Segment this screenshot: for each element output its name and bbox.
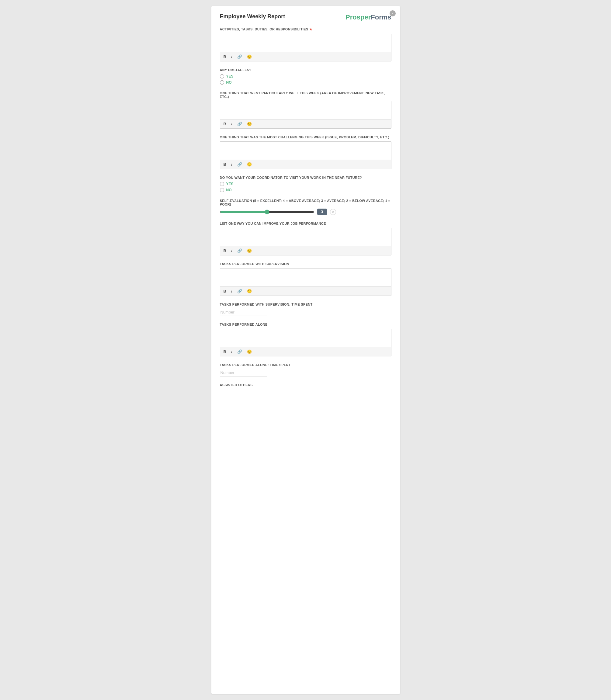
tasks-alone-bold-btn[interactable]: B [223,349,227,355]
went-well-rich-text: B I 🔗 🙂 [220,101,391,129]
tasks-supervision-time-input[interactable] [220,309,267,316]
form-header: Employee Weekly Report ProsperForms [220,13,391,21]
went-well-toolbar: B I 🔗 🙂 [220,119,391,128]
improve-performance-section: LIST ONE WAY YOU CAN IMPROVE YOUR JOB PE… [220,222,391,255]
self-eval-slider-container: 3 × [220,209,391,215]
activities-link-btn[interactable]: 🔗 [236,54,243,60]
tasks-supervision-section: TASKS PERFORMED WITH SUPERVISION B I 🔗 🙂 [220,262,391,296]
went-well-italic-btn[interactable]: I [230,121,233,127]
tasks-sup-emoji-btn[interactable]: 🙂 [246,288,253,294]
tasks-supervision-rich-text: B I 🔗 🙂 [220,268,391,296]
obstacles-yes-option[interactable]: YES [220,74,391,78]
coordinator-no-label: NO [226,188,232,192]
tasks-supervision-time-section: TASKS PERFORMED WITH SUPERVISION: TIME S… [220,302,391,316]
logo-prosper: Prosper [345,13,371,21]
tasks-alone-time-label: TASKS PERFORMED ALONE: TIME SPENT [220,363,391,367]
coordinator-no-radio[interactable] [220,188,224,192]
activities-emoji-btn[interactable]: 🙂 [246,54,253,60]
tasks-alone-label: TASKS PERFORMED ALONE [220,323,391,326]
assisted-others-section: ASSISTED OTHERS [220,383,391,387]
tasks-supervision-time-label: TASKS PERFORMED WITH SUPERVISION: TIME S… [220,302,391,306]
tasks-alone-italic-btn[interactable]: I [230,349,233,355]
obstacles-yes-radio[interactable] [220,74,224,78]
obstacles-yes-label: YES [226,74,234,78]
went-well-input[interactable] [220,101,391,118]
coordinator-visit-section: DO YOU WANT YOUR COORDINATOR TO VISIT YO… [220,176,391,192]
improve-performance-rich-text: B I 🔗 🙂 [220,228,391,255]
obstacles-no-option[interactable]: NO [220,80,391,85]
challenging-emoji-btn[interactable]: 🙂 [246,162,253,167]
challenging-bold-btn[interactable]: B [223,162,227,167]
required-star: ★ [309,27,312,31]
went-well-bold-btn[interactable]: B [223,121,227,127]
self-eval-value: 3 [317,209,327,215]
activities-bold-btn[interactable]: B [223,54,227,60]
challenging-toolbar: B I 🔗 🙂 [220,160,391,169]
challenging-input[interactable] [220,142,391,159]
coordinator-visit-radio-group: YES NO [220,182,391,192]
coordinator-yes-radio[interactable] [220,182,224,186]
challenging-label: ONE THING THAT WAS THE MOST CHALLENGING … [220,135,391,139]
obstacles-no-radio[interactable] [220,80,224,85]
activities-section: ACTIVITIES, TASKS, DUTIES, OR RESPONSIBI… [220,27,391,61]
self-eval-section: SELF-EVALUATION (5 = EXCELLENT; 4 = ABOV… [220,199,391,215]
tasks-alone-link-btn[interactable]: 🔗 [236,349,243,355]
activities-rich-text: B I 🔗 🙂 [220,34,391,61]
coordinator-yes-option[interactable]: YES [220,182,391,186]
challenging-section: ONE THING THAT WAS THE MOST CHALLENGING … [220,135,391,169]
form-title: Employee Weekly Report [220,13,285,20]
logo: ProsperForms [345,13,391,21]
form-container: Employee Weekly Report ProsperForms × AC… [211,6,400,694]
tasks-sup-bold-btn[interactable]: B [223,288,227,294]
obstacles-radio-group: YES NO [220,74,391,85]
challenging-italic-btn[interactable]: I [230,162,233,167]
coordinator-no-option[interactable]: NO [220,188,391,192]
obstacles-label: ANY OBSTACLES? [220,68,391,72]
improve-link-btn[interactable]: 🔗 [236,248,243,254]
tasks-alone-emoji-btn[interactable]: 🙂 [246,349,253,355]
activities-input[interactable] [220,34,391,51]
improve-emoji-btn[interactable]: 🙂 [246,248,253,254]
went-well-label: ONE THING THAT WENT PARTICULARLY WELL TH… [220,91,391,99]
self-eval-clear-btn[interactable]: × [330,209,336,215]
tasks-sup-italic-btn[interactable]: I [230,288,233,294]
close-button[interactable]: × [390,10,396,16]
tasks-alone-input[interactable] [220,329,391,346]
form-title-block: Employee Weekly Report [220,13,285,20]
challenging-rich-text: B I 🔗 🙂 [220,142,391,169]
improve-italic-btn[interactable]: I [230,248,233,254]
activities-label: ACTIVITIES, TASKS, DUTIES, OR RESPONSIBI… [220,27,391,31]
logo-forms: Forms [371,13,391,21]
tasks-supervision-label: TASKS PERFORMED WITH SUPERVISION [220,262,391,266]
coordinator-yes-label: YES [226,182,234,186]
improve-performance-input[interactable] [220,228,391,245]
assisted-others-label: ASSISTED OTHERS [220,383,391,387]
challenging-link-btn[interactable]: 🔗 [236,162,243,167]
improve-performance-label: LIST ONE WAY YOU CAN IMPROVE YOUR JOB PE… [220,222,391,225]
improve-bold-btn[interactable]: B [223,248,227,254]
tasks-supervision-toolbar: B I 🔗 🙂 [220,286,391,296]
tasks-alone-time-section: TASKS PERFORMED ALONE: TIME SPENT [220,363,391,376]
activities-toolbar: B I 🔗 🙂 [220,52,391,61]
went-well-emoji-btn[interactable]: 🙂 [246,121,253,127]
tasks-alone-section: TASKS PERFORMED ALONE B I 🔗 🙂 [220,323,391,356]
coordinator-visit-label: DO YOU WANT YOUR COORDINATOR TO VISIT YO… [220,176,391,179]
tasks-alone-rich-text: B I 🔗 🙂 [220,329,391,356]
tasks-sup-link-btn[interactable]: 🔗 [236,288,243,294]
activities-italic-btn[interactable]: I [230,54,233,60]
went-well-link-btn[interactable]: 🔗 [236,121,243,127]
went-well-section: ONE THING THAT WENT PARTICULARLY WELL TH… [220,91,391,129]
self-eval-label: SELF-EVALUATION (5 = EXCELLENT; 4 = ABOV… [220,199,391,206]
tasks-supervision-input[interactable] [220,268,391,285]
self-eval-slider[interactable] [220,209,314,214]
obstacles-no-label: NO [226,80,232,85]
tasks-alone-time-input[interactable] [220,369,267,376]
improve-performance-toolbar: B I 🔗 🙂 [220,246,391,255]
tasks-alone-toolbar: B I 🔗 🙂 [220,347,391,356]
obstacles-section: ANY OBSTACLES? YES NO [220,68,391,85]
